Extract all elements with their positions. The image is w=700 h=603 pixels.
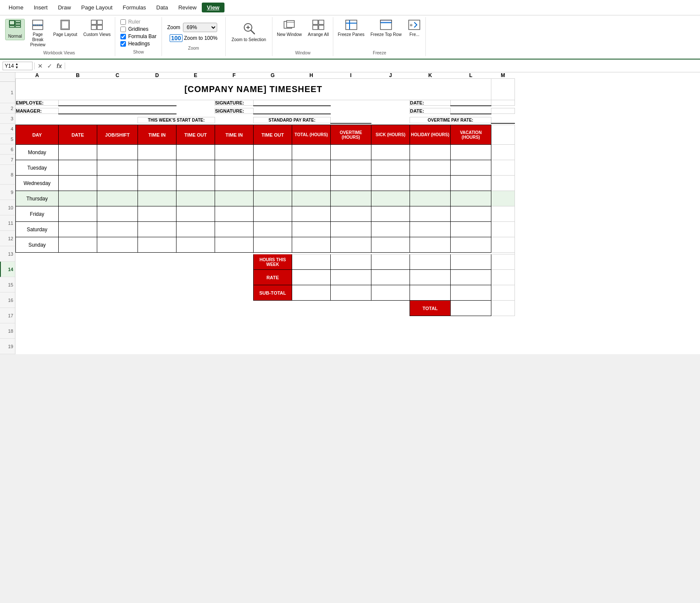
friday-overtime[interactable] [331, 206, 371, 222]
thursday-m[interactable] [491, 191, 515, 206]
monday-timein2[interactable] [215, 145, 254, 160]
saturday-timeout2[interactable] [254, 222, 292, 237]
subtotal-m[interactable] [491, 285, 515, 301]
sunday-vacation[interactable] [451, 237, 491, 253]
headings-checkbox[interactable] [120, 41, 126, 47]
freeze-c-button[interactable]: ❄ Fre... [405, 19, 424, 38]
sunday-total[interactable] [292, 237, 331, 253]
arrange-all-button[interactable]: Arrange All [305, 19, 332, 38]
tuesday-holiday[interactable] [410, 160, 451, 176]
cell-ref-down[interactable]: ▼ [15, 66, 19, 69]
sunday-timein1[interactable] [138, 237, 176, 253]
cell-m1[interactable] [491, 79, 515, 100]
wednesday-holiday[interactable] [410, 176, 451, 191]
subtotal-vacation-val[interactable] [451, 285, 491, 301]
tuesday-timein2[interactable] [215, 160, 254, 176]
page-layout-button[interactable]: Page Layout [51, 19, 80, 38]
title-cell[interactable]: [COMPANY NAME] TIMESHEET [16, 79, 491, 100]
sunday-date[interactable] [59, 237, 97, 253]
monday-job[interactable] [97, 145, 138, 160]
col-header-h[interactable]: H [292, 72, 331, 79]
saturday-timein1[interactable] [138, 222, 176, 237]
page-break-button[interactable]: Page Break Preview [26, 19, 50, 48]
zoom-100-button[interactable]: 100 Zoom to 100% [167, 33, 220, 43]
menu-view[interactable]: View [202, 3, 224, 12]
monday-holiday[interactable] [410, 145, 451, 160]
menu-data[interactable]: Data [151, 3, 173, 12]
friday-vacation[interactable] [451, 206, 491, 222]
wednesday-timeout2[interactable] [254, 176, 292, 191]
saturday-vacation[interactable] [451, 222, 491, 237]
hours-overtime-val[interactable] [331, 254, 371, 270]
wednesday-sick[interactable] [371, 176, 410, 191]
wednesday-vacation[interactable] [451, 176, 491, 191]
friday-date[interactable] [59, 206, 97, 222]
rate-vacation-val[interactable] [451, 270, 491, 285]
hours-vacation-val[interactable] [451, 254, 491, 270]
zoom-select[interactable]: 69% 75% 100% 150% [183, 23, 217, 32]
cell-m4[interactable] [491, 108, 515, 114]
thursday-timeout1[interactable] [176, 191, 215, 206]
hours-holiday-val[interactable] [410, 254, 451, 270]
monday-sick[interactable] [371, 145, 410, 160]
thursday-overtime[interactable] [331, 191, 371, 206]
subtotal-holiday-val[interactable] [410, 285, 451, 301]
subtotal-total-val[interactable] [292, 285, 331, 301]
friday-day[interactable]: Friday [16, 206, 59, 222]
date2-field[interactable] [451, 108, 491, 114]
friday-job[interactable] [97, 206, 138, 222]
headings-checkbox-row[interactable]: Headings [120, 41, 156, 47]
friday-timeout1[interactable] [176, 206, 215, 222]
monday-m[interactable] [491, 145, 515, 160]
thursday-day[interactable]: Thursday [16, 191, 59, 206]
menu-draw[interactable]: Draw [53, 3, 76, 12]
saturday-job[interactable] [97, 222, 138, 237]
wednesday-m[interactable] [491, 176, 515, 191]
col-header-b[interactable]: B [59, 72, 97, 79]
tuesday-m[interactable] [491, 160, 515, 176]
subtotal-overtime-val[interactable] [331, 285, 371, 301]
thursday-holiday[interactable] [410, 191, 451, 206]
cell-m2[interactable] [491, 100, 515, 106]
freeze-panes-button[interactable]: Freeze Panes [335, 19, 367, 38]
tuesday-sick[interactable] [371, 160, 410, 176]
formula-bar-checkbox-row[interactable]: Formula Bar [120, 33, 156, 39]
friday-sick[interactable] [371, 206, 410, 222]
saturday-total[interactable] [292, 222, 331, 237]
gridlines-checkbox[interactable] [120, 27, 126, 32]
col-header-d[interactable]: D [138, 72, 176, 79]
sunday-m[interactable] [491, 237, 515, 253]
monday-overtime[interactable] [331, 145, 371, 160]
rate-holiday-val[interactable] [410, 270, 451, 285]
menu-formulas[interactable]: Formulas [118, 3, 151, 12]
wednesday-overtime[interactable] [331, 176, 371, 191]
employee-field[interactable] [59, 100, 176, 106]
total-val[interactable] [451, 301, 491, 316]
sunday-day[interactable]: Sunday [16, 237, 59, 253]
thursday-job[interactable] [97, 191, 138, 206]
thursday-sick[interactable] [371, 191, 410, 206]
overtime-pay-field[interactable] [491, 117, 515, 123]
normal-view-button[interactable]: Normal [5, 19, 25, 40]
signature2-field[interactable] [254, 108, 331, 114]
wednesday-timein1[interactable] [138, 176, 176, 191]
formula-cancel-button[interactable]: ✕ [36, 63, 44, 69]
tuesday-timeout2[interactable] [254, 160, 292, 176]
col-header-a[interactable]: A [16, 72, 59, 79]
wednesday-date[interactable] [59, 176, 97, 191]
rate-sick-val[interactable] [371, 270, 410, 285]
cell-ref-stepper[interactable]: ▲ ▼ [15, 63, 19, 69]
tuesday-timeout1[interactable] [176, 160, 215, 176]
date1-field[interactable] [451, 100, 491, 106]
hours-sick-val[interactable] [371, 254, 410, 270]
thursday-timein1[interactable] [138, 191, 176, 206]
subtotal-sick-val[interactable] [371, 285, 410, 301]
thursday-timeout2[interactable] [254, 191, 292, 206]
menu-insert[interactable]: Insert [29, 3, 53, 12]
formula-function-button[interactable]: fx [55, 63, 63, 69]
saturday-m[interactable] [491, 222, 515, 237]
freeze-top-row-button[interactable]: Freeze Top Row [368, 19, 404, 38]
monday-day[interactable]: Monday [16, 145, 59, 160]
tuesday-vacation[interactable] [451, 160, 491, 176]
col-header-j[interactable]: J [371, 72, 410, 79]
